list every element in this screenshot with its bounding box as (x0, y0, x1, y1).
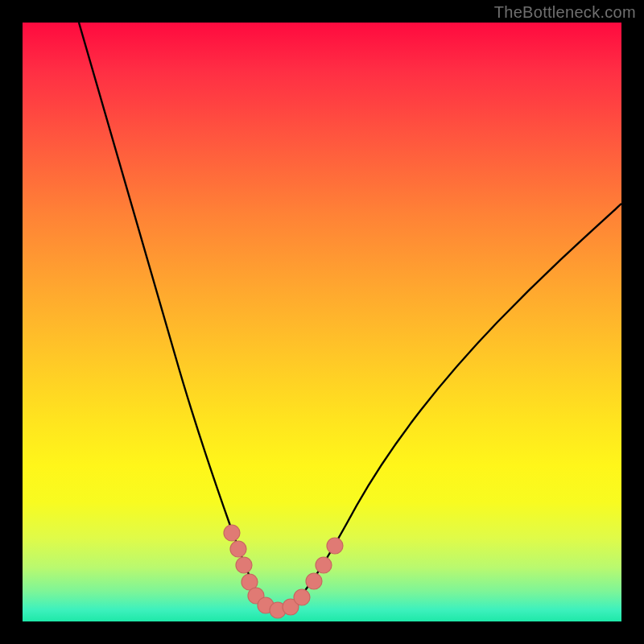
marker-dot (294, 589, 310, 605)
marker-dot (316, 557, 332, 573)
marker-group (224, 525, 343, 618)
marker-dot (230, 541, 246, 557)
plot-area (23, 23, 621, 621)
curve-left-branch (79, 23, 276, 610)
outer-frame: TheBottleneck.com (0, 0, 644, 644)
watermark-text: TheBottleneck.com (494, 3, 636, 22)
chart-svg (23, 23, 621, 621)
marker-dot (224, 525, 240, 541)
marker-dot (236, 557, 252, 573)
marker-dot (306, 573, 322, 589)
marker-dot (327, 538, 343, 554)
